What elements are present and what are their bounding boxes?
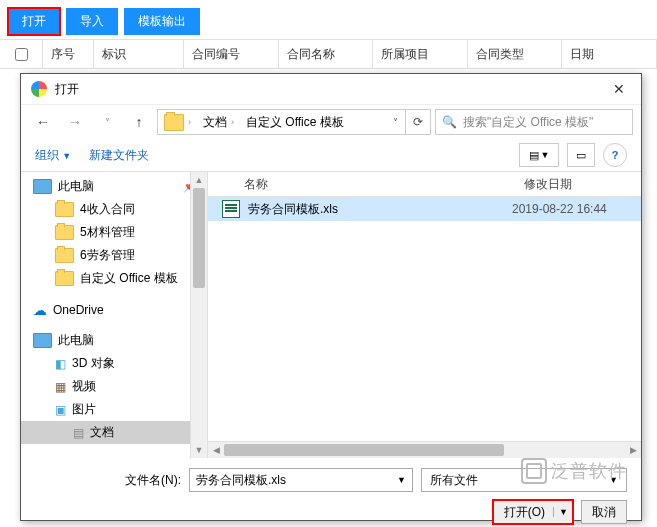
excel-icon xyxy=(222,200,240,218)
tree-pictures[interactable]: ▣图片 xyxy=(21,398,207,421)
col-header-date[interactable]: 修改日期 xyxy=(524,176,572,193)
dialog-titlebar[interactable]: 打开 ✕ xyxy=(21,74,641,105)
new-folder-button[interactable]: 新建文件夹 xyxy=(89,147,149,164)
tree-3d-objects[interactable]: ◧3D 对象 xyxy=(21,352,207,375)
watermark: 泛普软件 xyxy=(521,458,627,484)
scroll-down-icon[interactable]: ▼ xyxy=(191,442,207,458)
scroll-left-icon[interactable]: ◀ xyxy=(208,442,224,458)
col-date[interactable]: 日期 xyxy=(562,40,657,68)
monitor-icon xyxy=(33,333,52,348)
tree-documents[interactable]: ▤文档 xyxy=(21,421,207,444)
crumb-docs[interactable]: 文档 xyxy=(203,114,227,131)
template-output-button[interactable]: 模板输出 xyxy=(124,8,200,35)
view-menu[interactable]: ▤▼ xyxy=(519,143,559,167)
select-all-checkbox[interactable] xyxy=(15,48,28,61)
file-list: 名称 修改日期 劳务合同模板.xls 2019-08-22 16:44 ◀▶ xyxy=(208,172,641,458)
folder-icon xyxy=(55,248,74,263)
folder-icon xyxy=(55,225,74,240)
tree-this-pc-2[interactable]: 此电脑 xyxy=(21,329,207,352)
crumb-dropdown[interactable]: ˅ xyxy=(385,117,405,128)
search-icon: 🔍 xyxy=(442,115,457,129)
tree-this-pc[interactable]: 此电脑📌 xyxy=(21,175,207,198)
tree-folder-2[interactable]: 5材料管理 xyxy=(21,221,207,244)
chevron-down-icon[interactable]: ▼ xyxy=(397,475,406,485)
import-button[interactable]: 导入 xyxy=(66,8,118,35)
chevron-right-icon: › xyxy=(231,117,234,127)
scroll-thumb[interactable] xyxy=(224,444,504,456)
document-icon: ▤ xyxy=(73,426,84,440)
dialog-open-button[interactable]: 打开(O)▼ xyxy=(493,500,573,524)
refresh-icon[interactable]: ⟳ xyxy=(405,110,430,134)
tree-onedrive[interactable]: ☁OneDrive xyxy=(21,298,207,321)
image-icon: ▣ xyxy=(55,403,66,417)
open-file-dialog: 打开 ✕ ← → ˅ ↑ › 文档› 自定义 Office 模板 ˅ ⟳ 🔍 搜… xyxy=(20,73,642,521)
tree-folder-3[interactable]: 6劳务管理 xyxy=(21,244,207,267)
cloud-icon: ☁ xyxy=(33,302,47,318)
table-header: 序号 标识 合同编号 合同名称 所属项目 合同类型 日期 xyxy=(0,39,657,69)
col-project[interactable]: 所属项目 xyxy=(373,40,468,68)
folder-icon xyxy=(55,271,74,286)
tree-videos[interactable]: ▦视频 xyxy=(21,375,207,398)
dialog-title: 打开 xyxy=(55,81,79,98)
crumb-custom[interactable]: 自定义 Office 模板 xyxy=(246,114,344,131)
folder-icon xyxy=(55,202,74,217)
tree-folder-4[interactable]: 自定义 Office 模板 xyxy=(21,267,207,290)
col-contract-name[interactable]: 合同名称 xyxy=(279,40,374,68)
scroll-thumb[interactable] xyxy=(193,188,205,288)
breadcrumb[interactable]: › 文档› 自定义 Office 模板 ˅ ⟳ xyxy=(157,109,431,135)
monitor-icon xyxy=(33,179,52,194)
forward-button[interactable]: → xyxy=(61,109,89,135)
filename-label: 文件名(N): xyxy=(119,472,181,489)
col-contract-no[interactable]: 合同编号 xyxy=(184,40,279,68)
app-icon xyxy=(31,81,47,97)
col-type[interactable]: 合同类型 xyxy=(468,40,563,68)
col-mark[interactable]: 标识 xyxy=(94,40,184,68)
chevron-down-icon[interactable]: ▼ xyxy=(553,507,568,517)
back-button[interactable]: ← xyxy=(29,109,57,135)
recent-dropdown[interactable]: ˅ xyxy=(93,109,121,135)
organize-menu[interactable]: 组织 ▼ xyxy=(35,147,71,164)
file-row[interactable]: 劳务合同模板.xls 2019-08-22 16:44 xyxy=(208,197,641,221)
dialog-cancel-button[interactable]: 取消 xyxy=(581,500,627,524)
list-h-scrollbar[interactable]: ◀▶ xyxy=(208,441,641,458)
open-button[interactable]: 打开 xyxy=(8,8,60,35)
help-icon[interactable]: ? xyxy=(603,143,627,167)
search-placeholder: 搜索"自定义 Office 模板" xyxy=(463,114,626,131)
col-header-name[interactable]: 名称 xyxy=(216,176,524,193)
filename-input[interactable]: 劳务合同模板.xls▼ xyxy=(189,468,413,492)
folder-tree: 此电脑📌 4收入合同 5材料管理 6劳务管理 自定义 Office 模板 ☁On… xyxy=(21,172,208,458)
close-icon[interactable]: ✕ xyxy=(607,81,631,97)
file-name: 劳务合同模板.xls xyxy=(248,201,512,218)
up-button[interactable]: ↑ xyxy=(125,109,153,135)
watermark-logo-icon xyxy=(521,458,547,484)
folder-icon xyxy=(164,114,184,131)
tree-scrollbar[interactable]: ▲▼ xyxy=(190,172,207,458)
file-date: 2019-08-22 16:44 xyxy=(512,202,607,216)
chevron-right-icon: › xyxy=(188,117,191,127)
cube-icon: ◧ xyxy=(55,357,66,371)
scroll-up-icon[interactable]: ▲ xyxy=(191,172,207,188)
col-seq[interactable]: 序号 xyxy=(43,40,94,68)
search-input[interactable]: 🔍 搜索"自定义 Office 模板" xyxy=(435,109,633,135)
scroll-right-icon[interactable]: ▶ xyxy=(625,442,641,458)
preview-toggle[interactable]: ▭ xyxy=(567,143,595,167)
tree-folder-1[interactable]: 4收入合同 xyxy=(21,198,207,221)
film-icon: ▦ xyxy=(55,380,66,394)
list-header: 名称 修改日期 xyxy=(208,172,641,197)
